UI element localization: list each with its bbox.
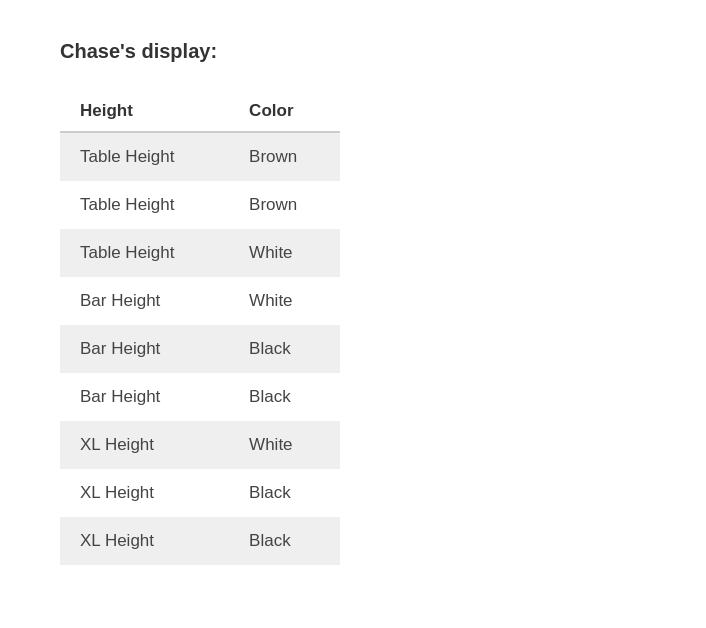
cell-height: XL Height: [60, 421, 229, 469]
cell-color: White: [229, 421, 340, 469]
column-header-height: Height: [60, 93, 229, 132]
table-row: Bar HeightBlack: [60, 373, 340, 421]
table-row: XL HeightWhite: [60, 421, 340, 469]
cell-height: Bar Height: [60, 277, 229, 325]
cell-color: Black: [229, 469, 340, 517]
table-row: XL HeightBlack: [60, 469, 340, 517]
cell-height: XL Height: [60, 517, 229, 565]
cell-color: Black: [229, 325, 340, 373]
cell-height: Bar Height: [60, 373, 229, 421]
header-row: Height Color: [60, 93, 340, 132]
table-row: Table HeightWhite: [60, 229, 340, 277]
data-table: Height Color Table HeightBrownTable Heig…: [60, 93, 340, 565]
page-title: Chase's display:: [60, 40, 646, 63]
table-row: Bar HeightWhite: [60, 277, 340, 325]
table-body: Table HeightBrownTable HeightBrownTable …: [60, 132, 340, 565]
cell-height: XL Height: [60, 469, 229, 517]
cell-height: Table Height: [60, 132, 229, 181]
cell-height: Table Height: [60, 229, 229, 277]
cell-color: Black: [229, 373, 340, 421]
cell-color: Brown: [229, 181, 340, 229]
table-row: Table HeightBrown: [60, 132, 340, 181]
table-row: Bar HeightBlack: [60, 325, 340, 373]
table-header: Height Color: [60, 93, 340, 132]
page-container: Chase's display: Height Color Table Heig…: [0, 0, 706, 605]
cell-color: White: [229, 229, 340, 277]
cell-color: White: [229, 277, 340, 325]
cell-color: Brown: [229, 132, 340, 181]
cell-height: Bar Height: [60, 325, 229, 373]
table-row: XL HeightBlack: [60, 517, 340, 565]
cell-height: Table Height: [60, 181, 229, 229]
cell-color: Black: [229, 517, 340, 565]
table-row: Table HeightBrown: [60, 181, 340, 229]
column-header-color: Color: [229, 93, 340, 132]
